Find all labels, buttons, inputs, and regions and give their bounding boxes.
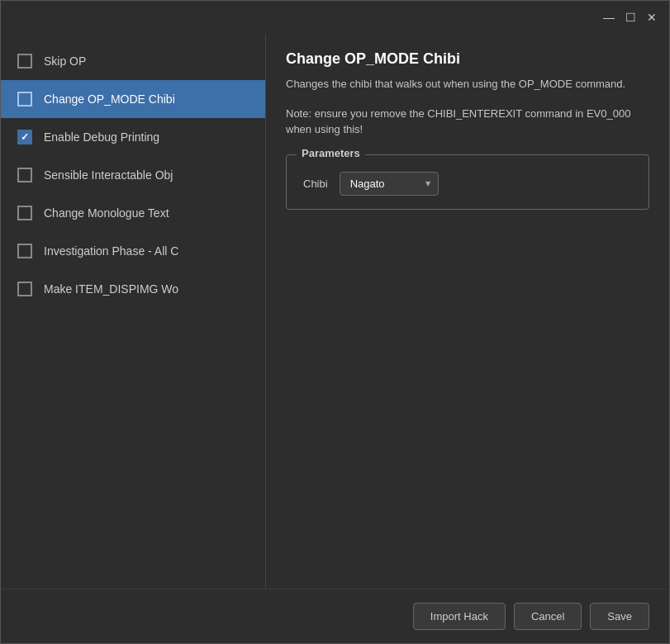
checkbox-enable-debug-printing[interactable]	[17, 130, 32, 144]
minimize-button[interactable]: —	[601, 10, 616, 25]
main-content: Skip OPChange OP_MODE ChibiEnable Debug …	[1, 34, 669, 589]
sidebar-item-investigation-phase[interactable]: Investigation Phase - All C	[1, 232, 265, 270]
chibi-label: Chibi	[303, 178, 328, 190]
parameters-legend: Parameters	[297, 147, 365, 159]
label-enable-debug-printing: Enable Debug Printing	[44, 130, 159, 144]
right-panel: Change OP_MODE Chibi Changes the chibi t…	[265, 34, 669, 589]
param-row: Chibi Nagato Character1 Character2 ▾	[303, 172, 632, 196]
import-hack-button[interactable]: Import Hack	[413, 603, 506, 630]
save-button[interactable]: Save	[590, 603, 649, 630]
label-skip-op: Skip OP	[44, 54, 86, 68]
checkbox-investigation-phase[interactable]	[17, 244, 32, 258]
label-make-item-dispimg: Make ITEM_DISPIMG Wo	[44, 282, 178, 296]
checkbox-change-op-mode-chibi[interactable]	[17, 92, 32, 107]
hack-description: Changes the chibi that walks out when us…	[286, 76, 649, 92]
title-bar: — ☐ ✕	[1, 1, 669, 34]
label-investigation-phase: Investigation Phase - All C	[44, 244, 178, 258]
hack-title: Change OP_MODE Chibi	[286, 50, 649, 68]
label-sensible-interactable-obj: Sensible Interactable Obj	[44, 168, 173, 182]
left-panel: Skip OPChange OP_MODE ChibiEnable Debug …	[1, 34, 265, 589]
main-window: — ☐ ✕ Skip OPChange OP_MODE ChibiEnable …	[0, 0, 670, 644]
sidebar-item-make-item-dispimg[interactable]: Make ITEM_DISPIMG Wo	[1, 270, 265, 308]
chibi-select[interactable]: Nagato Character1 Character2	[340, 172, 439, 196]
checkbox-make-item-dispimg[interactable]	[17, 282, 32, 296]
cancel-button[interactable]: Cancel	[514, 603, 582, 630]
close-button[interactable]: ✕	[644, 10, 659, 25]
footer: Import Hack Cancel Save	[1, 589, 669, 643]
checkbox-sensible-interactable-obj[interactable]	[17, 168, 32, 182]
chibi-select-wrapper: Nagato Character1 Character2 ▾	[340, 172, 439, 196]
sidebar-item-enable-debug-printing[interactable]: Enable Debug Printing	[1, 118, 265, 156]
maximize-button[interactable]: ☐	[623, 10, 638, 25]
checkbox-skip-op[interactable]	[17, 54, 32, 69]
sidebar-item-sensible-interactable-obj[interactable]: Sensible Interactable Obj	[1, 156, 265, 194]
title-bar-controls: — ☐ ✕	[601, 10, 659, 25]
sidebar-item-change-monologue-text[interactable]: Change Monologue Text	[1, 194, 265, 232]
hack-note: Note: ensure you remove the CHIBI_ENTERE…	[286, 106, 649, 138]
checkbox-change-monologue-text[interactable]	[17, 206, 32, 220]
sidebar-item-skip-op[interactable]: Skip OP	[1, 42, 265, 80]
parameters-group: Parameters Chibi Nagato Character1 Chara…	[286, 154, 649, 210]
sidebar-item-change-op-mode-chibi[interactable]: Change OP_MODE Chibi	[1, 80, 265, 118]
label-change-monologue-text: Change Monologue Text	[44, 206, 169, 220]
label-change-op-mode-chibi: Change OP_MODE Chibi	[44, 92, 175, 106]
